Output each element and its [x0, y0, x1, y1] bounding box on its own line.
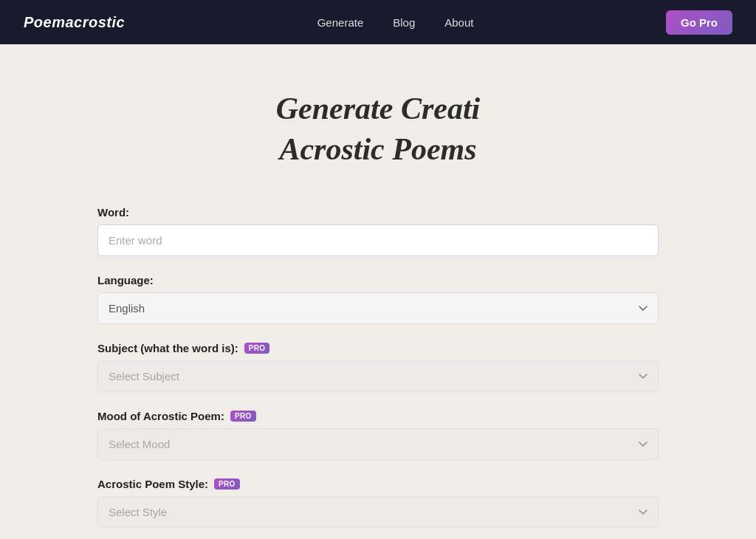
title-line-1: Generate Creati: [276, 92, 480, 126]
site-logo[interactable]: Poemacrostic: [24, 14, 125, 31]
style-pro-badge: Pro: [214, 478, 240, 490]
go-pro-button[interactable]: Go Pro: [666, 10, 732, 35]
language-group: Language: English: [97, 274, 659, 324]
mood-group: Mood of Acrostic Poem: Pro Select Mood: [97, 410, 659, 460]
subject-pro-badge: Pro: [244, 343, 270, 354]
style-select[interactable]: Select Style: [97, 496, 659, 528]
word-input[interactable]: [97, 224, 659, 256]
style-group: Acrostic Poem Style: Pro Select Style: [97, 478, 659, 528]
mood-label: Mood of Acrostic Poem: Pro: [97, 410, 659, 422]
nav-blog[interactable]: Blog: [393, 16, 415, 29]
title-line-2: Acrostic Poems: [279, 132, 476, 166]
page-title: Generate Creati Acrostic Poems: [97, 89, 659, 169]
subject-select[interactable]: Select Subject: [97, 360, 659, 392]
style-label: Acrostic Poem Style: Pro: [97, 478, 659, 490]
mood-select[interactable]: Select Mood: [97, 428, 659, 460]
subject-group: Subject (what the word is): Pro Select S…: [97, 342, 659, 392]
language-select[interactable]: English: [97, 292, 659, 324]
word-group: Word:: [97, 206, 659, 256]
nav-generate[interactable]: Generate: [317, 16, 364, 29]
mood-pro-badge: Pro: [230, 411, 256, 422]
nav-links: Generate Blog About: [317, 16, 474, 29]
language-label: Language:: [97, 274, 659, 286]
navbar: Poemacrostic Generate Blog About Go Pro: [0, 0, 756, 44]
main-content: Generate Creati Acrostic Poems Word: Lan…: [83, 44, 673, 539]
subject-label: Subject (what the word is): Pro: [97, 342, 659, 354]
word-label: Word:: [97, 206, 659, 219]
nav-about[interactable]: About: [444, 16, 473, 29]
poem-form: Word: Language: English Subject (what th…: [97, 206, 659, 539]
